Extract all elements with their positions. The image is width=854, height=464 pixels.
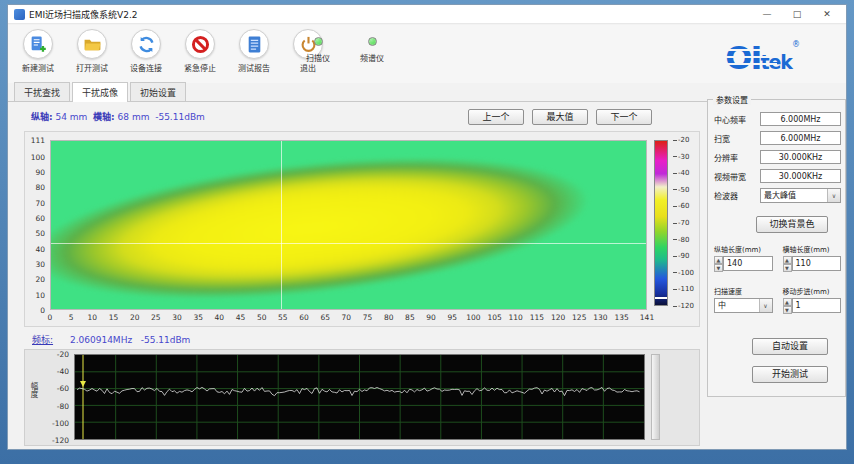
param-value-input[interactable]: 6.000MHz bbox=[760, 112, 841, 126]
toolbar-button-test-report[interactable]: 测试报告 bbox=[232, 29, 276, 73]
detector-row: 检波器最大峰值∨ bbox=[714, 188, 841, 203]
y-tick-label: 111 bbox=[31, 136, 45, 145]
tab-1[interactable]: 干扰成像 bbox=[72, 82, 128, 102]
move-step-value: 1 bbox=[792, 298, 842, 313]
x-tick-label: 55 bbox=[278, 313, 288, 322]
x-tick-label: 60 bbox=[299, 313, 309, 322]
minimize-button[interactable]: — bbox=[752, 5, 782, 23]
titlebar: EMI近场扫描成像系统V2.2 — □ ✕ bbox=[8, 5, 846, 24]
x-tick-label: 30 bbox=[172, 313, 182, 322]
toolbar-button-label: 紧急停止 bbox=[184, 62, 216, 73]
y-tick-label: 90 bbox=[35, 168, 45, 177]
x-tick-label: 95 bbox=[447, 313, 457, 322]
x-tick-label: 10 bbox=[88, 313, 98, 322]
marker-frequency: 2.060914MHz bbox=[70, 335, 132, 345]
colorbar-tick-label: -100 bbox=[673, 269, 694, 277]
logo-text-main: OI bbox=[725, 39, 760, 77]
position-readout: 纵轴: 54 mm 横轴: 68 mm -55.11dBm bbox=[31, 110, 205, 123]
param-label: 中心频率 bbox=[714, 114, 760, 125]
level-value: -55.11dBm bbox=[155, 112, 205, 122]
param-value-input[interactable]: 30.000KHz bbox=[760, 150, 841, 164]
led-icon bbox=[314, 37, 323, 46]
status-indicators: 扫描仪频谱仪 bbox=[300, 37, 390, 63]
x-tick-label: 65 bbox=[320, 313, 330, 322]
auto-setup-button[interactable]: 自动设置 bbox=[752, 338, 828, 355]
new-test-icon bbox=[23, 29, 53, 59]
switch-background-button[interactable]: 切换背景色 bbox=[756, 216, 828, 233]
nav-button-1[interactable]: 最大值 bbox=[532, 109, 588, 125]
heatmap-plot[interactable] bbox=[50, 140, 647, 310]
nav-button-0[interactable]: 上一个 bbox=[468, 109, 524, 125]
v-axis-length-spinner[interactable]: ▲▼140 bbox=[714, 256, 773, 271]
v-axis-label: 纵轴: bbox=[31, 112, 53, 122]
x-tick-label: 0 bbox=[48, 313, 53, 322]
colorbar-tick-label: -30 bbox=[673, 153, 689, 161]
logo-stripe bbox=[725, 63, 777, 65]
start-test-button[interactable]: 开始测试 bbox=[752, 366, 828, 383]
detector-dropdown[interactable]: 最大峰值∨ bbox=[760, 188, 841, 203]
colorbar-min-line bbox=[655, 297, 667, 299]
marker-level: -55.11dBm bbox=[141, 335, 191, 345]
colorbar-labels: -20-30-40-50-60-70-80-90-100-110-120 bbox=[671, 140, 701, 306]
chevron-down-icon: ∨ bbox=[827, 189, 840, 202]
scan-speed-dropdown[interactable]: 中∨ bbox=[714, 298, 773, 313]
spinner-arrows-icon[interactable]: ▲▼ bbox=[783, 256, 792, 271]
heatmap-x-axis: 0510152025303540455055606570758085909510… bbox=[50, 313, 647, 325]
indicator-1: 频谱仪 bbox=[354, 37, 390, 63]
tab-2[interactable]: 初始设置 bbox=[130, 82, 186, 101]
colorbar-tick-label: -60 bbox=[673, 202, 689, 210]
colorbar-tick-label: -40 bbox=[673, 169, 689, 177]
logo-stripe bbox=[725, 56, 777, 58]
spectrum-y-axis-title: 幅度 bbox=[28, 382, 39, 399]
param-value-input[interactable]: 30.000KHz bbox=[760, 169, 841, 183]
x-tick-label: 25 bbox=[151, 313, 161, 322]
spectrum-scrollbar[interactable] bbox=[651, 354, 660, 440]
marker-label[interactable]: 频标: bbox=[32, 335, 53, 345]
h-axis-value: 68 mm bbox=[118, 112, 150, 122]
maximize-button[interactable]: □ bbox=[782, 5, 812, 23]
x-tick-label: 90 bbox=[426, 313, 436, 322]
x-tick-label: 125 bbox=[572, 313, 586, 322]
heatmap-y-axis: 1111009080706050403020100 bbox=[25, 140, 47, 310]
close-button[interactable]: ✕ bbox=[812, 5, 842, 23]
toolbar-button-new-test[interactable]: 新建测试 bbox=[16, 29, 60, 73]
colorbar-tick-label: -110 bbox=[673, 285, 694, 293]
x-tick-label: 115 bbox=[530, 313, 544, 322]
detector-label: 检波器 bbox=[714, 190, 760, 201]
y-tick-label: 10 bbox=[35, 290, 45, 299]
spinner-arrows-icon[interactable]: ▲▼ bbox=[714, 256, 723, 271]
toolbar-button-open-folder[interactable]: 打开测试 bbox=[70, 29, 114, 73]
spectrum-plot[interactable] bbox=[74, 354, 645, 440]
emergency-stop-icon bbox=[185, 29, 215, 59]
app-window: EMI近场扫描成像系统V2.2 — □ ✕ 新建测试打开测试设备连接紧急停止测试… bbox=[7, 4, 847, 450]
toolbar-button-label: 退出 bbox=[300, 62, 316, 73]
spectrum-y-tick-label: -120 bbox=[52, 436, 69, 445]
colorbar-gradient bbox=[655, 141, 667, 305]
h-axis-label: 横轴: bbox=[93, 112, 115, 122]
x-tick-label: 40 bbox=[215, 313, 225, 322]
indicator-label: 频谱仪 bbox=[360, 52, 384, 63]
x-tick-label: 80 bbox=[384, 313, 394, 322]
nav-button-2[interactable]: 下一个 bbox=[596, 109, 652, 125]
params-title: 参数设置 bbox=[713, 94, 751, 105]
scan-speed-value: 中 bbox=[715, 299, 759, 312]
spinner-arrows-icon[interactable]: ▲▼ bbox=[783, 298, 792, 313]
toolbar-button-label: 新建测试 bbox=[22, 62, 54, 73]
move-step-spinner[interactable]: ▲▼1 bbox=[783, 298, 842, 313]
led-icon bbox=[368, 37, 377, 46]
toolbar-button-device-connect[interactable]: 设备连接 bbox=[124, 29, 168, 73]
x-tick-label: 100 bbox=[466, 313, 480, 322]
x-tick-label: 5 bbox=[69, 313, 74, 322]
toolbar-button-label: 设备连接 bbox=[130, 62, 162, 73]
colorbar-tick-label: -20 bbox=[673, 136, 689, 144]
tab-0[interactable]: 干扰查找 bbox=[14, 82, 70, 101]
param-value-input[interactable]: 6.000MHz bbox=[760, 131, 841, 145]
h-axis-length-spinner[interactable]: ▲▼110 bbox=[783, 256, 842, 271]
y-tick-label: 50 bbox=[35, 229, 45, 238]
v-axis-length-label: 纵轴长度(mm) bbox=[714, 244, 773, 254]
param-label: 视频带宽 bbox=[714, 171, 760, 182]
toolbar-button-emergency-stop[interactable]: 紧急停止 bbox=[178, 29, 222, 73]
heatmap-panel: 1111009080706050403020100 05101520253035… bbox=[24, 131, 700, 327]
registered-mark: ® bbox=[792, 40, 800, 49]
x-tick-label: 45 bbox=[236, 313, 246, 322]
